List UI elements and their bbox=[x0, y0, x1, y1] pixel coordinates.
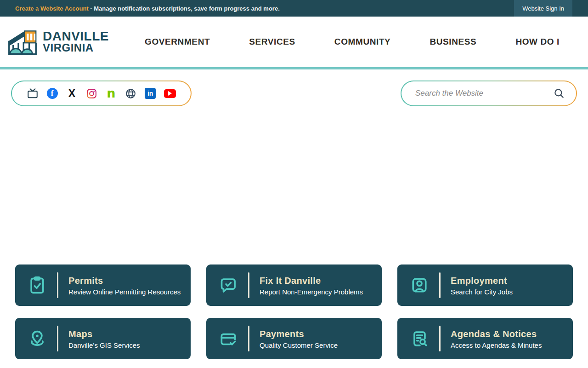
site-search bbox=[401, 80, 577, 106]
create-account-link[interactable]: Create a Website Account bbox=[15, 5, 89, 12]
danville-tv-icon[interactable] bbox=[27, 87, 39, 99]
nav-services[interactable]: SERVICES bbox=[249, 37, 295, 47]
quicklink-permits[interactable]: Permits Review Online Permitting Resourc… bbox=[15, 264, 191, 306]
social-links-pill: f X bbox=[11, 80, 192, 106]
card-divider bbox=[57, 272, 58, 298]
nextdoor-icon[interactable]: n bbox=[105, 87, 117, 99]
card-text: Agendas & Notices Access to Agendas & Mi… bbox=[451, 328, 542, 349]
nav-community[interactable]: COMMUNITY bbox=[334, 37, 391, 47]
x-twitter-icon[interactable]: X bbox=[66, 87, 78, 99]
instagram-icon[interactable] bbox=[85, 87, 97, 99]
search-input[interactable] bbox=[415, 89, 553, 98]
site-header: DANVILLE VIRGINIA GOVERNMENT SERVICES CO… bbox=[0, 17, 588, 67]
card-text: Payments Quality Customer Service bbox=[260, 328, 338, 349]
header-divider bbox=[0, 67, 588, 69]
site-logo[interactable]: DANVILLE VIRGINIA bbox=[6, 25, 109, 58]
chat-check-icon bbox=[218, 275, 239, 296]
nav-business[interactable]: BUSINESS bbox=[430, 37, 476, 47]
website-sign-in-button[interactable]: Website Sign In bbox=[514, 0, 572, 17]
quicklink-payments[interactable]: Payments Quality Customer Service bbox=[206, 318, 382, 359]
linkedin-icon[interactable]: in bbox=[144, 87, 156, 99]
logo-wordmark: DANVILLE VIRGINIA bbox=[43, 30, 109, 53]
person-badge-icon bbox=[409, 275, 430, 296]
danville-logo-icon bbox=[6, 25, 39, 58]
account-message-text: - Manage notification subscriptions, sav… bbox=[90, 5, 279, 12]
clipboard-check-icon bbox=[27, 275, 48, 296]
card-text: Maps Danville’s GIS Services bbox=[68, 328, 140, 349]
card-divider bbox=[248, 272, 249, 298]
card-divider bbox=[248, 326, 249, 351]
quicklink-fix-it-danville[interactable]: Fix It Danville Report Non-Emergency Pro… bbox=[206, 264, 382, 306]
quicklink-agendas-notices[interactable]: Agendas & Notices Access to Agendas & Mi… bbox=[397, 318, 573, 359]
utility-bar: Create a Website Account - Manage notifi… bbox=[0, 0, 588, 17]
pills-row: f X bbox=[11, 80, 577, 106]
search-icon[interactable] bbox=[553, 87, 565, 99]
card-divider bbox=[439, 326, 441, 351]
quick-links-grid: Permits Review Online Permitting Resourc… bbox=[15, 264, 573, 359]
account-message: Create a Website Account - Manage notifi… bbox=[0, 5, 280, 12]
quicklink-maps[interactable]: Maps Danville’s GIS Services bbox=[15, 318, 191, 359]
facebook-icon[interactable]: f bbox=[46, 87, 58, 99]
youtube-icon[interactable] bbox=[164, 87, 176, 99]
credit-card-check-icon bbox=[218, 328, 239, 349]
hero-region bbox=[0, 106, 588, 264]
quicklink-employment[interactable]: Employment Search for City Jobs bbox=[397, 264, 573, 306]
card-divider bbox=[439, 272, 441, 298]
document-search-icon bbox=[409, 328, 430, 349]
main-nav: GOVERNMENT SERVICES COMMUNITY BUSINESS H… bbox=[145, 37, 560, 47]
globe-icon[interactable] bbox=[125, 87, 137, 99]
nav-government[interactable]: GOVERNMENT bbox=[145, 37, 210, 47]
nav-how-do-i[interactable]: HOW DO I bbox=[515, 37, 560, 47]
page: Create a Website Account - Manage notifi… bbox=[0, 0, 588, 368]
map-pin-icon bbox=[27, 328, 48, 349]
card-divider bbox=[57, 326, 58, 351]
card-text: Employment Search for City Jobs bbox=[451, 275, 513, 296]
card-text: Permits Review Online Permitting Resourc… bbox=[68, 275, 181, 296]
card-text: Fix It Danville Report Non-Emergency Pro… bbox=[260, 275, 363, 296]
